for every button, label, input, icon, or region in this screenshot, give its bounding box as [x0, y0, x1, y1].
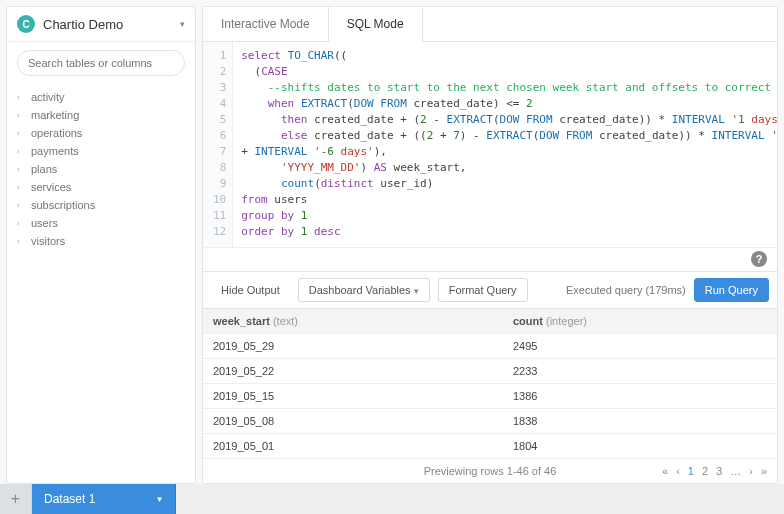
table-item-visitors[interactable]: ›visitors: [13, 232, 189, 250]
chevron-down-icon: ▼: [155, 495, 163, 504]
table-item-marketing[interactable]: ›marketing: [13, 106, 189, 124]
chevron-right-icon: ›: [17, 237, 27, 246]
pager-page[interactable]: 1: [688, 465, 694, 477]
results-table: week_start (text) count (integer) 2019_0…: [203, 309, 777, 483]
dashboard-variables-button[interactable]: Dashboard Variables ▾: [298, 278, 430, 302]
preview-text: Previewing rows 1-46 of 46: [424, 465, 557, 477]
table-item-activity[interactable]: ›activity: [13, 88, 189, 106]
chevron-right-icon: ›: [17, 219, 27, 228]
table-row[interactable]: 2019_05_151386: [203, 384, 777, 409]
chevron-right-icon: ›: [17, 201, 27, 210]
pager-first-icon[interactable]: «: [662, 465, 668, 477]
results-header: week_start (text) count (integer): [203, 309, 777, 334]
caret-down-icon: ▾: [180, 19, 185, 29]
table-row[interactable]: 2019_05_081838: [203, 409, 777, 434]
chevron-right-icon: ›: [17, 165, 27, 174]
table-item-subscriptions[interactable]: ›subscriptions: [13, 196, 189, 214]
query-toolbar: Hide Output Dashboard Variables ▾ Format…: [203, 271, 777, 309]
sql-code[interactable]: select TO_CHAR(( (CASE --shifts dates to…: [233, 42, 777, 247]
datasource-logo: C: [17, 15, 35, 33]
tab-sql-mode[interactable]: SQL Mode: [329, 7, 423, 41]
table-row[interactable]: 2019_05_011804: [203, 434, 777, 459]
chevron-right-icon: ›: [17, 93, 27, 102]
search-input[interactable]: [17, 50, 185, 76]
pager-page[interactable]: 3: [716, 465, 722, 477]
datasource-name: Chartio Demo: [43, 17, 180, 32]
sql-editor[interactable]: 123456789101112 select TO_CHAR(( (CASE -…: [203, 42, 777, 247]
pager-prev-icon[interactable]: ‹: [676, 465, 680, 477]
table-tree: ›activity›marketing›operations›payments›…: [7, 84, 195, 254]
line-gutter: 123456789101112: [203, 42, 233, 247]
tab-interactive-mode[interactable]: Interactive Mode: [203, 7, 329, 41]
dataset-bar: + Dataset 1 ▼: [0, 484, 784, 514]
table-item-users[interactable]: ›users: [13, 214, 189, 232]
datasource-selector[interactable]: C Chartio Demo ▾: [7, 7, 195, 42]
table-item-payments[interactable]: ›payments: [13, 142, 189, 160]
table-row[interactable]: 2019_05_292495: [203, 334, 777, 359]
chevron-right-icon: ›: [17, 183, 27, 192]
pager-last-icon[interactable]: »: [761, 465, 767, 477]
dataset-tab[interactable]: Dataset 1 ▼: [32, 484, 176, 514]
results-pager: Previewing rows 1-46 of 46 « ‹ 1 2 3 … ›…: [203, 459, 777, 483]
chevron-right-icon: ›: [17, 111, 27, 120]
caret-down-icon: ▾: [414, 286, 419, 296]
table-row[interactable]: 2019_05_222233: [203, 359, 777, 384]
pager-page[interactable]: 2: [702, 465, 708, 477]
add-dataset-button[interactable]: +: [0, 484, 32, 514]
content-panel: Interactive Mode SQL Mode 12345678910111…: [202, 6, 778, 484]
pager-next-icon[interactable]: ›: [749, 465, 753, 477]
pager-more: …: [730, 465, 741, 477]
hide-output-button[interactable]: Hide Output: [211, 279, 290, 301]
format-query-button[interactable]: Format Query: [438, 278, 528, 302]
table-item-services[interactable]: ›services: [13, 178, 189, 196]
table-item-plans[interactable]: ›plans: [13, 160, 189, 178]
sidebar: C Chartio Demo ▾ ›activity›marketing›ope…: [6, 6, 196, 484]
chevron-right-icon: ›: [17, 147, 27, 156]
execution-status: Executed query (179ms): [566, 284, 686, 296]
help-icon[interactable]: ?: [751, 251, 767, 267]
run-query-button[interactable]: Run Query: [694, 278, 769, 302]
mode-tabs: Interactive Mode SQL Mode: [203, 7, 777, 42]
table-item-operations[interactable]: ›operations: [13, 124, 189, 142]
chevron-right-icon: ›: [17, 129, 27, 138]
